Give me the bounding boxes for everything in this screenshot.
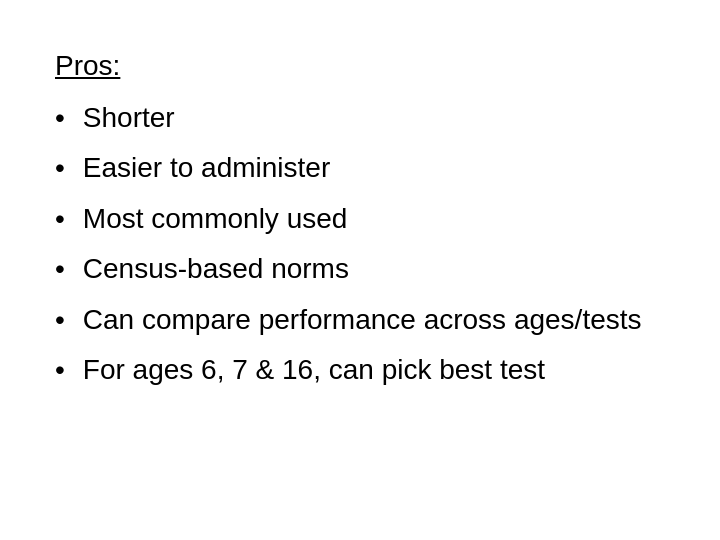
list-item: • For ages 6, 7 & 16, can pick best test: [55, 352, 665, 388]
bullet-dot: •: [55, 201, 65, 237]
slide-content: Pros: • Shorter • Easier to administer •…: [0, 0, 720, 452]
bullet-text: Can compare performance across ages/test…: [83, 302, 642, 338]
bullet-text: For ages 6, 7 & 16, can pick best test: [83, 352, 545, 388]
list-item: • Census-based norms: [55, 251, 665, 287]
bullet-text: Easier to administer: [83, 150, 330, 186]
bullet-text: Shorter: [83, 100, 175, 136]
bullet-dot: •: [55, 251, 65, 287]
slide-heading: Pros:: [55, 50, 665, 82]
bullet-text: Most commonly used: [83, 201, 348, 237]
list-item: • Easier to administer: [55, 150, 665, 186]
list-item: • Most commonly used: [55, 201, 665, 237]
bullet-list: • Shorter • Easier to administer • Most …: [55, 100, 665, 388]
bullet-dot: •: [55, 150, 65, 186]
list-item: • Can compare performance across ages/te…: [55, 302, 665, 338]
bullet-dot: •: [55, 302, 65, 338]
bullet-text: Census-based norms: [83, 251, 349, 287]
bullet-dot: •: [55, 100, 65, 136]
list-item: • Shorter: [55, 100, 665, 136]
bullet-dot: •: [55, 352, 65, 388]
